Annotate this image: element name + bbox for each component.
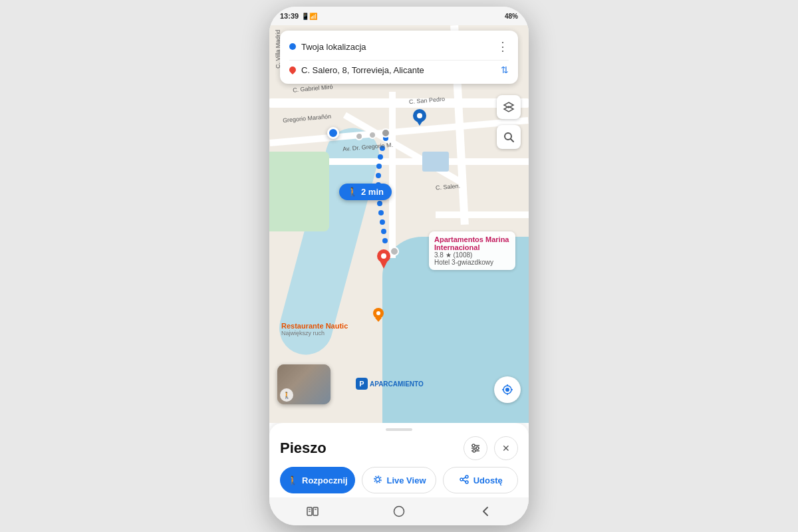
street-view-thumbnail[interactable]: 🚶: [277, 364, 331, 404]
route-dot-5: [376, 173, 381, 178]
live-view-label: Live View: [387, 475, 426, 485]
route-dot-8: [377, 201, 382, 206]
route-dot-12: [382, 238, 388, 243]
building-blue: [422, 152, 449, 172]
route-dot-11: [381, 229, 386, 234]
svg-point-26: [466, 475, 468, 478]
drag-handle[interactable]: [386, 428, 412, 431]
svg-line-12: [511, 139, 513, 142]
filter-button[interactable]: [464, 436, 487, 460]
map-search-button[interactable]: [497, 125, 521, 149]
nav-back[interactable]: [442, 497, 529, 525]
panel-header: Pieszo ✕: [280, 436, 518, 460]
start-label: Rozpocznij: [302, 475, 348, 485]
street-6: [389, 92, 396, 258]
svg-point-27: [460, 478, 463, 481]
start-icon: 🚶: [287, 475, 298, 485]
route-dot-gray-2: [368, 131, 376, 139]
dest-gray-dot: [390, 247, 399, 256]
route-dot-gray-1: [381, 128, 390, 138]
restaurant-label[interactable]: Restaurante Nautic Największy ruch: [281, 322, 348, 336]
bottom-panel: Pieszo ✕ 🚶: [269, 423, 529, 497]
svg-rect-32: [313, 507, 318, 515]
route-search-panel: Twoja lokalizacja ⋮ C. Salero, 8, Torrev…: [280, 31, 518, 84]
svg-marker-2: [416, 120, 423, 126]
status-icons: 📱📶: [301, 13, 317, 20]
origin-row: Twoja lokalizacja ⋮: [289, 37, 509, 56]
action-buttons: 🚶 Rozpocznij Live View: [280, 467, 518, 493]
layers-button[interactable]: [497, 95, 521, 119]
svg-point-25: [376, 477, 380, 481]
origin-dot: [289, 43, 296, 50]
hotel-rating: 3.8 ★ (1008): [434, 251, 510, 259]
current-location-dot: [327, 127, 339, 139]
svg-line-29: [463, 477, 466, 479]
svg-point-36: [394, 507, 404, 517]
svg-point-23: [476, 447, 479, 450]
map-container[interactable]: C. Villa Madrid C. Gabriel Miró Gregorio…: [269, 25, 529, 423]
svg-point-13: [505, 388, 509, 392]
live-view-icon: [372, 474, 383, 487]
share-icon: [459, 474, 469, 487]
svg-point-28: [466, 481, 468, 483]
start-navigation-button[interactable]: 🚶 Rozpocznij: [280, 467, 355, 493]
time-display: 13:39: [280, 12, 299, 20]
close-button[interactable]: ✕: [494, 436, 518, 460]
street-4: [436, 211, 529, 218]
svg-point-7: [381, 253, 386, 259]
destination-row: C. Salero, 8, Torrevieja, Alicante ⇅: [289, 60, 509, 77]
orange-map-icon: [372, 307, 384, 325]
green-area-2: [269, 152, 329, 231]
swap-button[interactable]: ⇅: [501, 65, 509, 75]
panel-controls: ✕: [464, 436, 518, 460]
home-icon: [393, 505, 405, 517]
parking-label: P APARCAMIENTO: [356, 378, 424, 390]
street-1: [269, 98, 529, 108]
share-label: Udostę: [473, 475, 503, 485]
destination-text: C. Salero, 8, Torrevieja, Alicante: [301, 65, 495, 75]
nav-home[interactable]: [356, 497, 442, 525]
street-view-person-icon: 🚶: [280, 388, 293, 402]
svg-point-22: [472, 444, 475, 447]
status-time: 13:39 📱📶: [280, 12, 317, 20]
route-dot-4: [376, 164, 382, 169]
destination-dot: [288, 65, 297, 74]
route-dot-10: [380, 219, 385, 225]
hotel-info-card[interactable]: Apartamentos Marina Internacional 3.8 ★ …: [429, 231, 515, 270]
route-dot-9: [378, 210, 384, 215]
hotel-name: Apartamentos Marina Internacional: [434, 235, 510, 251]
panel-title: Pieszo: [280, 440, 327, 457]
recent-apps-icon: [307, 507, 319, 516]
origin-text: Twoja lokalizacja: [301, 42, 491, 52]
svg-point-4: [376, 311, 380, 315]
restaurant-name: Restaurante Nautic: [281, 322, 348, 330]
walk-time-text: 2 min: [361, 187, 384, 197]
route-dot-3: [378, 154, 383, 160]
share-button[interactable]: Udostę: [443, 467, 518, 493]
map-blue-icon: [412, 108, 427, 130]
parking-text: APARCAMIENTO: [370, 380, 424, 388]
live-view-button[interactable]: Live View: [362, 467, 437, 493]
hotel-type: Hotel 3-gwiazdkowy: [434, 259, 510, 266]
walk-time-badge: 🚶 2 min: [339, 184, 392, 200]
svg-point-24: [473, 450, 475, 452]
parking-icon: P: [356, 378, 368, 390]
route-dot-gray-3: [355, 132, 363, 140]
my-location-button[interactable]: [494, 376, 521, 403]
street-view-image: 🚶: [277, 364, 331, 404]
phone-frame: 13:39 📱📶 48% C. Villa Madrid C. Gabriel …: [269, 7, 529, 525]
nav-bar: [269, 497, 529, 525]
more-options-button[interactable]: ⋮: [497, 39, 509, 54]
svg-marker-8: [380, 261, 388, 269]
close-icon: ✕: [502, 443, 510, 454]
status-bar: 13:39 📱📶 48%: [269, 7, 529, 25]
restaurant-sub: Największy ruch: [281, 330, 348, 336]
nav-recent-apps[interactable]: [269, 497, 356, 525]
battery-display: 48%: [505, 13, 518, 20]
walk-icon: 🚶: [347, 187, 358, 197]
svg-point-1: [417, 113, 422, 118]
svg-line-30: [463, 480, 466, 481]
status-right: 48%: [505, 13, 518, 20]
back-icon: [481, 505, 490, 517]
svg-marker-5: [375, 318, 382, 322]
